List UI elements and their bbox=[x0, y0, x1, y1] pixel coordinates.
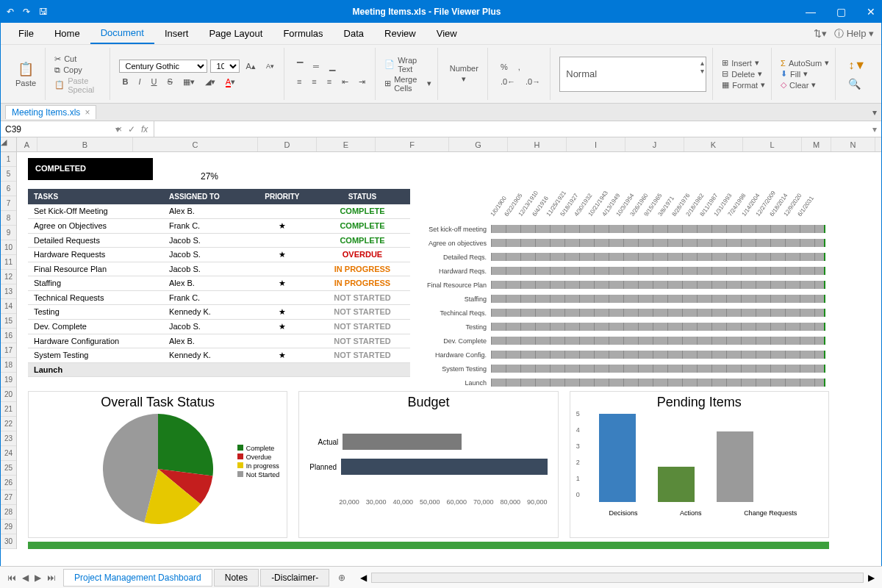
menu-view[interactable]: View bbox=[426, 24, 467, 43]
add-sheet-icon[interactable]: ⊕ bbox=[331, 570, 353, 586]
increase-decimal-icon[interactable]: .0← bbox=[497, 75, 519, 88]
menu-data[interactable]: Data bbox=[334, 24, 374, 43]
col-header[interactable]: N bbox=[831, 137, 875, 151]
bold-button[interactable]: B bbox=[119, 75, 132, 88]
row-header[interactable]: 11 bbox=[1, 255, 16, 270]
align-center-icon[interactable]: ≡ bbox=[308, 75, 320, 88]
col-header[interactable]: C bbox=[133, 137, 258, 151]
menu-formulas[interactable]: Formulas bbox=[273, 24, 333, 43]
copy-button[interactable]: ⧉Copy bbox=[54, 65, 103, 75]
col-header[interactable]: A bbox=[17, 137, 37, 151]
outdent-icon[interactable]: ⇤ bbox=[338, 75, 352, 89]
ribbon-options-icon[interactable]: ⇅▾ bbox=[814, 28, 827, 39]
row-header[interactable]: 5 bbox=[1, 167, 16, 182]
col-header[interactable]: D bbox=[258, 137, 317, 151]
strike-button[interactable]: S bbox=[164, 75, 176, 88]
row-header[interactable]: 29 bbox=[1, 520, 16, 534]
cut-button[interactable]: ✂Cut bbox=[54, 54, 103, 64]
cancel-formula-icon[interactable]: × bbox=[117, 124, 122, 135]
border-button[interactable]: ▦▾ bbox=[179, 75, 198, 89]
col-header[interactable]: M bbox=[802, 137, 831, 151]
decrease-decimal-icon[interactable]: .0→ bbox=[522, 75, 544, 88]
hscroll-left-icon[interactable]: ◀ bbox=[360, 573, 367, 583]
last-sheet-icon[interactable]: ⏭ bbox=[47, 573, 56, 583]
row-header[interactable]: 1 bbox=[1, 152, 16, 167]
expand-formula-icon[interactable]: ▾ bbox=[868, 124, 881, 135]
tabstrip-menu-icon[interactable]: ▾ bbox=[872, 107, 877, 118]
redo-icon[interactable]: ↷ bbox=[23, 7, 30, 17]
col-header[interactable]: B bbox=[37, 137, 133, 151]
save-icon[interactable]: 🖫 bbox=[39, 7, 48, 17]
font-size-select[interactable]: 10 bbox=[210, 60, 240, 73]
row-headers[interactable]: 1567891011121314151617181920212223242526… bbox=[1, 152, 17, 549]
row-header[interactable]: 19 bbox=[1, 373, 16, 387]
hscroll-right-icon[interactable]: ▶ bbox=[868, 573, 875, 583]
col-header[interactable]: H bbox=[508, 137, 567, 151]
spreadsheet-grid[interactable]: COMPLETED 27% TASKSASSIGNED TOPRIORITYST… bbox=[17, 152, 881, 549]
row-header[interactable]: 27 bbox=[1, 490, 16, 505]
row-header[interactable]: 23 bbox=[1, 431, 16, 446]
row-header[interactable]: 13 bbox=[1, 284, 16, 299]
menu-file[interactable]: File bbox=[8, 24, 44, 43]
insert-button[interactable]: ⊞Insert▾ bbox=[722, 58, 765, 68]
close-tab-icon[interactable]: × bbox=[85, 107, 90, 118]
sheet-tab[interactable]: Project Management Dashboard bbox=[63, 569, 212, 587]
row-header[interactable]: 18 bbox=[1, 358, 16, 373]
first-sheet-icon[interactable]: ⏮ bbox=[7, 573, 16, 583]
col-header[interactable]: E bbox=[317, 137, 376, 151]
menu-insert[interactable]: Insert bbox=[154, 24, 199, 43]
row-header[interactable]: 21 bbox=[1, 402, 16, 417]
col-header[interactable]: G bbox=[449, 137, 508, 151]
percent-icon[interactable]: % bbox=[497, 60, 512, 74]
close-icon[interactable]: ✕ bbox=[867, 6, 875, 18]
row-header[interactable]: 17 bbox=[1, 343, 16, 358]
indent-icon[interactable]: ⇥ bbox=[355, 75, 369, 89]
menu-home[interactable]: Home bbox=[44, 24, 90, 43]
find-icon[interactable]: 🔍 bbox=[845, 76, 864, 92]
format-button[interactable]: ▦Format▾ bbox=[722, 80, 765, 90]
undo-icon[interactable]: ↶ bbox=[7, 7, 14, 17]
number-format-button[interactable]: Number▾ bbox=[447, 61, 481, 87]
font-name-select[interactable]: Century Gothic bbox=[119, 60, 207, 73]
row-header[interactable]: 22 bbox=[1, 417, 16, 431]
align-right-icon[interactable]: ≡ bbox=[323, 75, 335, 88]
autosum-button[interactable]: ΣAutoSum▾ bbox=[781, 58, 829, 68]
shrink-font-icon[interactable]: A▾ bbox=[262, 60, 278, 72]
next-sheet-icon[interactable]: ▶ bbox=[35, 573, 41, 583]
formula-input[interactable] bbox=[154, 121, 868, 137]
col-header[interactable]: K bbox=[684, 137, 743, 151]
fill-button[interactable]: ⬇Fill▾ bbox=[781, 69, 829, 79]
select-all-corner[interactable]: ◢ bbox=[1, 137, 17, 151]
align-middle-icon[interactable]: ═ bbox=[309, 60, 323, 73]
row-header[interactable]: 14 bbox=[1, 299, 16, 314]
name-box[interactable]: ▾ bbox=[1, 124, 111, 135]
col-header[interactable]: I bbox=[567, 137, 625, 151]
cell-style-gallery[interactable]: Normal ▴▾ bbox=[559, 57, 706, 92]
hscroll-track[interactable] bbox=[371, 573, 864, 583]
row-header[interactable]: 28 bbox=[1, 505, 16, 520]
row-header[interactable]: 6 bbox=[1, 182, 16, 196]
row-header[interactable]: 26 bbox=[1, 476, 16, 490]
col-header[interactable]: F bbox=[376, 137, 449, 151]
col-header[interactable]: J bbox=[625, 137, 684, 151]
fill-color-button[interactable]: ◢▾ bbox=[201, 75, 219, 89]
row-header[interactable]: 10 bbox=[1, 240, 16, 255]
underline-button[interactable]: U bbox=[148, 75, 161, 88]
row-header[interactable]: 25 bbox=[1, 461, 16, 476]
row-header[interactable]: 7 bbox=[1, 196, 16, 211]
menu-document[interactable]: Document bbox=[90, 23, 154, 44]
delete-button[interactable]: ⊟Delete▾ bbox=[722, 69, 765, 79]
grow-font-icon[interactable]: A▴ bbox=[243, 60, 259, 74]
align-bottom-icon[interactable]: ▁ bbox=[326, 60, 339, 74]
help-button[interactable]: ⓘ Help ▾ bbox=[834, 27, 874, 40]
document-tab[interactable]: Meeting Items.xls× bbox=[5, 105, 96, 119]
comma-icon[interactable]: , bbox=[514, 60, 524, 74]
row-header[interactable]: 9 bbox=[1, 226, 16, 240]
wrap-text-button[interactable]: 📄Wrap Text bbox=[384, 56, 431, 74]
sort-filter-icon[interactable]: ↕▼ bbox=[845, 57, 870, 74]
fx-icon[interactable]: fx bbox=[141, 124, 148, 135]
paste-button[interactable]: 📋 Paste bbox=[12, 58, 39, 90]
sheet-tab[interactable]: -Disclaimer- bbox=[260, 569, 329, 587]
row-header[interactable]: 15 bbox=[1, 314, 16, 329]
menu-review[interactable]: Review bbox=[374, 24, 426, 43]
